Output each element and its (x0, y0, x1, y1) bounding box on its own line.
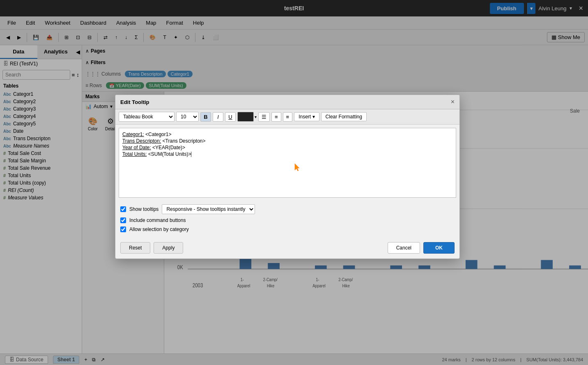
allow-selection-row: Allow selection by category (120, 226, 455, 232)
left-buttons: Reset Apply (120, 242, 183, 254)
align-left-button[interactable]: ☰ (258, 112, 270, 122)
font-select[interactable]: Tableau Book Arial Times New Roman (119, 112, 175, 122)
dialog-close-button[interactable]: × (451, 98, 455, 106)
year-date-label: Year of Date: (122, 145, 151, 150)
trans-desc-label: Trans Descripton: (122, 138, 161, 144)
cursor (191, 152, 191, 157)
font-size-select[interactable]: 10 12 14 16 (176, 112, 199, 122)
include-command-buttons-row: Include command buttons (120, 217, 455, 223)
color-swatch[interactable] (237, 112, 254, 122)
align-right-button[interactable]: ≡ (283, 112, 293, 122)
include-command-buttons-checkbox[interactable] (120, 217, 126, 223)
categor1-label: Categor1: (122, 132, 144, 137)
ok-button[interactable]: OK (423, 242, 455, 254)
total-units-value: <SUM(Total Units)> (148, 151, 191, 157)
italic-button[interactable]: I (213, 112, 223, 122)
tt-line-3: Year of Date: <YEAR(Date)> (122, 145, 452, 150)
color-dropdown-icon[interactable]: ▾ (255, 115, 257, 119)
insert-button[interactable]: Insert ▾ (294, 112, 319, 121)
edit-tooltip-dialog: Edit Tooltip × Tableau Book Arial Times … (115, 95, 460, 259)
tt-line-2: Trans Descripton: <Trans Descripton> (122, 138, 452, 144)
align-center-button[interactable]: ≡ (271, 112, 281, 122)
dialog-title: Edit Tooltip (120, 99, 149, 105)
clear-formatting-button[interactable]: Clear Formatting (321, 112, 367, 121)
show-tooltips-checkbox[interactable] (120, 206, 126, 212)
tooltip-toolbar: Tableau Book Arial Times New Roman 10 12… (115, 109, 459, 125)
underline-button[interactable]: U (225, 112, 236, 122)
insert-label: Insert (299, 114, 311, 120)
dialog-buttons: Reset Apply Cancel OK (115, 239, 459, 259)
year-date-value: <YEAR(Date)> (152, 145, 185, 150)
reset-button[interactable]: Reset (120, 242, 150, 254)
right-buttons: Cancel OK (388, 242, 455, 254)
tt-line-1: Categor1: <Categor1> (122, 132, 452, 137)
show-tooltips-row: Show tooltips Responsive - Show tooltips… (120, 204, 455, 214)
include-command-buttons-label: Include command buttons (129, 217, 186, 223)
allow-selection-label: Allow selection by category (129, 226, 189, 232)
allow-selection-checkbox[interactable] (120, 226, 126, 232)
categor1-value: <Categor1> (145, 132, 171, 137)
trans-desc-value: <Trans Descripton> (163, 138, 206, 144)
insert-dropdown-icon: ▾ (312, 114, 315, 120)
show-tooltips-label: Show tooltips (129, 206, 158, 212)
total-units-label: Total Units: (122, 151, 147, 157)
dialog-header: Edit Tooltip × (115, 95, 459, 109)
dialog-overlay: Edit Tooltip × Tableau Book Arial Times … (0, 0, 588, 365)
cancel-button[interactable]: Cancel (388, 242, 420, 254)
responsive-select[interactable]: Responsive - Show tooltips instantly On … (162, 204, 255, 214)
tooltip-content-editor[interactable]: Categor1: <Categor1> Trans Descripton: <… (119, 128, 456, 198)
mouse-cursor-indicator (294, 163, 301, 174)
apply-button[interactable]: Apply (154, 242, 183, 254)
bold-button[interactable]: B (200, 112, 211, 122)
tt-line-4: Total Units: <SUM(Total Units)> (122, 151, 452, 157)
tooltip-options: Show tooltips Responsive - Show tooltips… (115, 201, 459, 239)
